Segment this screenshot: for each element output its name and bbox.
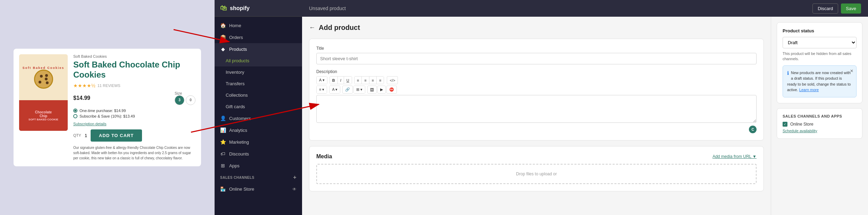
title-input[interactable] [316, 53, 757, 64]
discounts-icon: 🏷 [220, 151, 226, 157]
media-card: Media Add media from URL ▼ Drop files to… [309, 146, 764, 191]
sidebar-item-orders[interactable]: 📦 Orders [215, 31, 302, 43]
table-btn[interactable]: ⊞ ▾ [354, 86, 365, 93]
sidebar-orders-label: Orders [229, 35, 243, 40]
size-label: Size [175, 91, 195, 95]
sidebar-item-all-products[interactable]: All products [215, 55, 302, 66]
product-status-label: Product status [783, 28, 857, 33]
schedule-availability-link[interactable]: Schedule availability [783, 129, 857, 133]
sidebar-discounts-label: Discounts [229, 151, 249, 157]
link-btn[interactable]: 🔗 [342, 86, 353, 94]
align-select-btn[interactable]: ≡ ▾ [317, 86, 327, 93]
sidebar-item-transfers[interactable]: Transfers [215, 78, 302, 89]
description-label: Description [316, 69, 757, 74]
add-channel-button[interactable]: + [293, 174, 297, 181]
product-description-text: Our signature gluten-free & allergy-frie… [73, 145, 195, 161]
subscribe-option[interactable]: Subscribe & Save (10%): $13.49 [73, 114, 195, 118]
brand-logo-text: Soft Baked Cookies [23, 66, 65, 70]
marketing-icon: ⭐ [220, 139, 226, 145]
shopify-icon: 🛍 [220, 4, 227, 12]
color-group: A ▾ [329, 86, 340, 94]
online-store-checkbox[interactable]: ✓ [783, 122, 787, 127]
sales-channels-header: SALES CHANNELS + [215, 172, 302, 183]
font-group: A ▾ [316, 76, 327, 84]
right-panel: Product status Draft Active This product… [771, 17, 868, 215]
indent-btn[interactable]: ≡ [377, 77, 384, 84]
sidebar-item-discounts[interactable]: 🏷 Discounts [215, 148, 302, 160]
sidebar-apps-label: Apps [229, 163, 240, 168]
product-card: Soft Baked Cookies Chocolate Chip SOFT B… [14, 49, 201, 166]
one-time-label: One-time purchase: $14.99 [80, 109, 126, 113]
font-select-btn[interactable]: A ▾ [317, 77, 327, 84]
page-heading: Add product [319, 24, 360, 32]
info-banner-text: New products are now created with a draf… [787, 70, 852, 93]
underline-btn[interactable]: U [344, 77, 352, 84]
media-label: Media [316, 153, 332, 160]
info-banner: ℹ ✕ New products are now created with a … [783, 65, 857, 97]
product-info: Soft Baked Cookies Soft Baked Chocolate … [73, 54, 195, 161]
sidebar-item-analytics[interactable]: 📊 Analytics [215, 124, 302, 136]
shopify-sidebar: 🛍 shopify 🏠 Home 📦 Orders ◆ Products All… [215, 0, 302, 215]
qty-value: 1 [85, 133, 87, 138]
visibility-icon[interactable]: 👁 [292, 187, 297, 192]
format-group: B I U [329, 76, 352, 84]
sidebar-item-customers[interactable]: 👤 Customers [215, 112, 302, 124]
color-select-btn[interactable]: A ▾ [329, 86, 340, 93]
sidebar-analytics-label: Analytics [229, 128, 247, 133]
status-help-text: This product will be hidden from all sal… [783, 51, 857, 62]
media-upload-area[interactable]: Drop files to upload or [316, 164, 757, 184]
save-button[interactable]: Save [841, 3, 861, 14]
bold-btn[interactable]: B [330, 77, 338, 84]
sidebar-item-home[interactable]: 🏠 Home [215, 19, 302, 31]
customers-icon: 👤 [220, 116, 226, 121]
product-subtype-label: SOFT BAKED COOKIE [28, 118, 58, 121]
add-to-cart-button[interactable]: ADD TO CART [91, 129, 142, 142]
shopify-logo: 🛍 shopify [220, 4, 250, 12]
online-store-label: Online Store [229, 186, 254, 192]
purchase-options: One-time purchase: $14.99 Subscribe & Sa… [73, 109, 195, 118]
product-name: Soft Baked Chocolate Chip Cookies [73, 60, 195, 80]
back-arrow-icon[interactable]: ← [309, 24, 315, 31]
sidebar-item-inventory[interactable]: Inventory [215, 66, 302, 78]
description-toolbar-row1: A ▾ B I U ≡ ≡ ≡ ≡ </> [316, 76, 757, 84]
sales-channels-card: SALES CHANNELS AND APPS ✓ Online Store S… [777, 108, 862, 139]
close-banner-button[interactable]: ✕ [850, 69, 853, 73]
size-option-inactive[interactable]: 0 [186, 95, 195, 105]
add-media-link[interactable]: Add media from URL ▼ [712, 154, 757, 159]
list-group: ≡ ≡ ≡ ≡ [354, 76, 384, 84]
description-textarea[interactable] [316, 95, 757, 123]
discard-button[interactable]: Discard [812, 3, 838, 14]
sidebar-transfers-label: Transfers [226, 81, 244, 86]
sidebar-item-gift-cards[interactable]: Gift cards [215, 101, 302, 112]
sidebar-item-apps[interactable]: ⊞ Apps [215, 160, 302, 172]
sidebar-marketing-label: Marketing [229, 140, 249, 145]
radio-unselected [73, 114, 77, 118]
subscription-link[interactable]: Subscription details [73, 122, 195, 126]
code-btn[interactable]: </> [387, 76, 398, 84]
sidebar-item-marketing[interactable]: ⭐ Marketing [215, 136, 302, 148]
learn-more-link[interactable]: Learn more [799, 88, 819, 92]
sidebar-products-label: Products [229, 47, 247, 52]
emoji-btn[interactable]: ⛔ [386, 86, 397, 94]
unordered-list-btn[interactable]: ≡ [354, 77, 362, 84]
video-btn[interactable]: ▶ [377, 86, 386, 94]
ordered-list-btn[interactable]: ≡ [362, 77, 369, 84]
shopify-header: 🛍 shopify [215, 0, 302, 17]
orders-icon: 📦 [220, 34, 226, 40]
sidebar-item-online-store[interactable]: 🏪 Online Store 👁 [215, 183, 302, 195]
image-btn[interactable]: 🖼 [367, 86, 377, 94]
sidebar-collections-label: Collections [226, 93, 248, 98]
form-area: ← Add product Title Description A ▾ B I [302, 17, 771, 215]
product-flavor-label: Chip [40, 114, 47, 118]
size-option-active[interactable]: 3 [175, 95, 184, 105]
outdent-btn[interactable]: ≡ [369, 77, 377, 84]
size-options: 3 0 [175, 95, 195, 105]
sidebar-item-products[interactable]: ◆ Products [215, 43, 302, 55]
product-status-select[interactable]: Draft Active [783, 37, 857, 48]
product-type-label: Chocolate [35, 110, 52, 114]
italic-btn[interactable]: I [338, 77, 344, 84]
description-bottom: C [316, 126, 757, 133]
one-time-purchase-option[interactable]: One-time purchase: $14.99 [73, 109, 195, 113]
sidebar-item-collections[interactable]: Collections [215, 89, 302, 101]
stars: ★★★★½ [73, 83, 95, 88]
